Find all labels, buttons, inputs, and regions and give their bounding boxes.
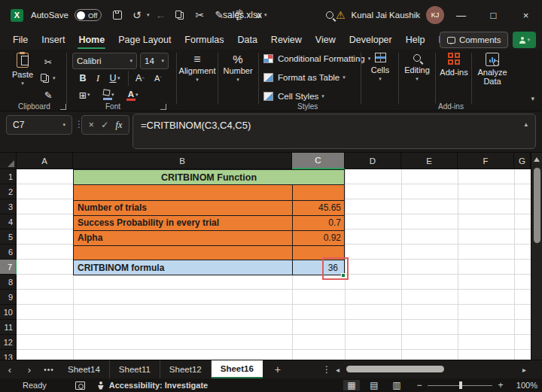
cancel-entry-icon[interactable]: × xyxy=(89,120,94,130)
scroll-up-icon[interactable] xyxy=(534,157,540,162)
comments-button[interactable]: Comments xyxy=(440,32,509,48)
font-color-dropdown-icon[interactable]: ▾ xyxy=(136,92,139,98)
page-break-view-icon[interactable]: ▥ xyxy=(388,380,405,390)
row-header-10[interactable]: 10 xyxy=(0,305,17,320)
cell-b7-label[interactable]: CRITBINOM formula xyxy=(74,260,292,275)
underline-dropdown-icon[interactable]: ▾ xyxy=(117,75,120,81)
tab-developer[interactable]: Developer xyxy=(343,32,399,48)
cell-c5-value[interactable]: 0.92 xyxy=(293,230,344,245)
clipboard-dialog-launcher-icon[interactable] xyxy=(60,104,66,110)
row-header-6[interactable]: 6 xyxy=(0,245,17,260)
close-button[interactable]: × xyxy=(510,0,542,30)
account-area[interactable]: ⚠ Kunal Jai Kaushik KJ xyxy=(336,0,444,30)
copy-icon[interactable] xyxy=(172,7,188,23)
row-header-3[interactable]: 3 xyxy=(0,199,17,214)
formula-input[interactable] xyxy=(141,117,510,132)
spreadsheet-grid[interactable]: A B C D E F G 1 2 3 4 5 6 7 8 9 10 11 12… xyxy=(0,153,542,360)
tab-file[interactable]: File xyxy=(6,32,35,48)
tab-page-layout[interactable]: Page Layout xyxy=(111,32,178,48)
row-header-12[interactable]: 12 xyxy=(0,335,17,350)
conditional-formatting-button[interactable]: Conditional Formatting ▾ xyxy=(263,54,370,63)
all-sheets-icon[interactable]: ••• xyxy=(39,366,59,374)
cell-b5-label[interactable]: Alpha xyxy=(74,230,292,245)
maximize-button[interactable]: □ xyxy=(477,0,510,30)
result-row[interactable]: CRITBINOM formula 36 xyxy=(73,260,345,275)
column-header-e[interactable]: E xyxy=(401,153,458,169)
format-as-table-button[interactable]: Format as Table ▾ xyxy=(263,73,346,82)
zoom-slider-thumb[interactable] xyxy=(459,381,462,389)
formula-input-area[interactable]: ▴ xyxy=(132,114,536,149)
tab-view[interactable]: View xyxy=(309,32,343,48)
paste-dropdown-icon[interactable]: ▾ xyxy=(21,81,24,87)
undo-icon[interactable]: ↺ xyxy=(129,7,145,23)
zoom-out-button[interactable]: − xyxy=(413,380,426,390)
collapse-formula-bar-icon[interactable]: ▴ xyxy=(524,120,528,128)
column-header-a[interactable]: A xyxy=(17,153,73,169)
row-header-7[interactable]: 7 xyxy=(0,260,17,275)
zoom-in-button[interactable]: + xyxy=(494,380,507,390)
fill-color-dropdown-icon[interactable]: ▾ xyxy=(111,92,114,98)
cell-c4-value[interactable]: 0.7 xyxy=(293,215,344,230)
accessibility-status[interactable]: Accessibility: Investigate xyxy=(109,381,208,390)
cell-c3-value[interactable]: 45.65 xyxy=(293,200,344,215)
scroll-right-icon[interactable]: ▸ xyxy=(522,366,531,374)
tab-data[interactable]: Data xyxy=(230,32,263,48)
warning-icon[interactable]: ⚠ xyxy=(336,9,346,21)
decrease-font-button[interactable]: Aˇ xyxy=(151,71,166,86)
italic-button[interactable]: I xyxy=(90,71,105,86)
cell-b4-label[interactable]: Success Probability in every trial xyxy=(74,215,292,230)
input-table[interactable]: Number of trials 45.65 Success Probabili… xyxy=(73,184,345,260)
tab-review[interactable]: Review xyxy=(264,32,309,48)
tab-formulas[interactable]: Formulas xyxy=(178,32,230,48)
row-header-5[interactable]: 5 xyxy=(0,229,17,245)
font-dialog-launcher-icon[interactable] xyxy=(160,104,166,110)
row-header-9[interactable]: 9 xyxy=(0,290,17,305)
column-header-f[interactable]: F xyxy=(458,153,514,169)
horizontal-scrollbar[interactable]: ◂ ▸ xyxy=(336,363,537,376)
normal-view-icon[interactable]: ▦ xyxy=(343,380,360,390)
cut-button[interactable]: ✂ xyxy=(41,54,56,69)
redo-icon[interactable]: ← xyxy=(152,7,169,23)
increase-font-button[interactable]: A^ xyxy=(132,71,148,86)
bold-button[interactable]: B xyxy=(75,71,90,86)
sheet-options-icon[interactable]: ⋮ xyxy=(322,364,331,375)
excel-logo-icon[interactable]: X xyxy=(11,9,23,22)
scroll-left-icon[interactable]: ◂ xyxy=(336,366,345,374)
minimize-button[interactable]: — xyxy=(445,0,477,30)
column-header-c[interactable]: C xyxy=(292,153,345,169)
font-size-select[interactable]: 14 ▾ xyxy=(140,53,169,69)
search-button[interactable] xyxy=(322,8,337,23)
sheet-tab-sheet14[interactable]: Sheet14 xyxy=(59,360,110,378)
row-header-2[interactable]: 2 xyxy=(0,184,17,199)
share-button[interactable]: ▾ xyxy=(513,32,536,48)
cells-button[interactable]: Cells ▾ xyxy=(364,53,396,82)
name-box[interactable]: C7 ▾ xyxy=(6,115,72,135)
alignment-button[interactable]: ≡ Alignment ▾ xyxy=(179,53,215,83)
new-sheet-icon[interactable]: + xyxy=(263,363,293,375)
sheet-tab-sheet16-active[interactable]: Sheet16 xyxy=(212,360,263,378)
confirm-entry-icon[interactable]: ✓ xyxy=(101,120,108,130)
sheet-tab-sheet12[interactable]: Sheet12 xyxy=(160,360,212,378)
collapse-ribbon-icon[interactable]: ▾ xyxy=(531,95,534,102)
row-header-1[interactable]: 1 xyxy=(0,169,17,184)
next-sheet-icon[interactable]: › xyxy=(20,364,39,375)
page-layout-view-icon[interactable]: ▤ xyxy=(366,380,382,390)
document-title[interactable]: sales.xlsx ▾ xyxy=(223,0,267,30)
number-button[interactable]: % Number ▾ xyxy=(220,53,256,83)
insert-function-icon[interactable]: fx xyxy=(116,120,123,131)
select-all-corner[interactable] xyxy=(0,153,17,169)
zoom-slider[interactable] xyxy=(428,380,492,390)
save-icon[interactable] xyxy=(109,7,126,23)
fill-handle[interactable] xyxy=(341,273,346,278)
prev-sheet-icon[interactable]: ‹ xyxy=(0,364,20,375)
column-header-b[interactable]: B xyxy=(73,153,292,169)
avatar[interactable]: KJ xyxy=(426,6,444,24)
vertical-scrollbar[interactable] xyxy=(531,153,542,360)
autosave-toggle[interactable]: Off xyxy=(75,9,102,21)
tab-help[interactable]: Help xyxy=(399,32,432,48)
cell-b3-label[interactable]: Number of trials xyxy=(74,200,292,215)
format-painter-button[interactable]: ✎ xyxy=(41,87,56,102)
row-header-4[interactable]: 4 xyxy=(0,214,17,229)
editing-button[interactable]: Editing ▾ xyxy=(400,53,434,82)
analyze-data-button[interactable]: Analyze Data xyxy=(474,53,510,86)
